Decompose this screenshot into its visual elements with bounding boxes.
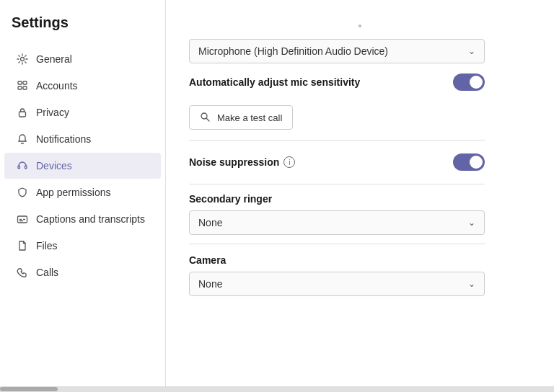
svg-point-0 xyxy=(21,58,25,61)
secondary-ringer-chevron-icon: ⌄ xyxy=(468,218,475,228)
svg-rect-5 xyxy=(19,112,26,117)
sidebar-item-privacy-label: Privacy xyxy=(36,107,69,118)
sidebar-item-captions[interactable]: Captions and transcripts xyxy=(4,206,161,232)
camera-label: Camera xyxy=(189,254,531,266)
sidebar-item-calls[interactable]: Calls xyxy=(4,259,161,285)
auto-mic-label: Automatically adjust mic sensitivity xyxy=(189,76,360,88)
svg-rect-4 xyxy=(23,86,27,89)
phone-icon xyxy=(16,266,29,279)
divider-3 xyxy=(189,244,485,244)
auto-mic-toggle[interactable] xyxy=(453,74,485,91)
shield-icon xyxy=(16,186,29,199)
sidebar-item-accounts[interactable]: Accounts xyxy=(4,73,161,99)
horizontal-scrollbar[interactable] xyxy=(0,386,554,392)
camera-value: None xyxy=(198,278,222,290)
secondary-ringer-value: None xyxy=(198,217,222,228)
sidebar-item-files[interactable]: Files xyxy=(4,233,161,259)
secondary-ringer-dropdown[interactable]: None ⌄ xyxy=(189,210,485,235)
noise-suppression-info-icon[interactable]: i xyxy=(283,156,295,168)
auto-mic-row: Automatically adjust mic sensitivity xyxy=(189,63,485,101)
accounts-icon xyxy=(16,79,29,92)
lock-icon xyxy=(16,106,29,119)
svg-rect-8 xyxy=(18,216,27,223)
sidebar-item-calls-label: Calls xyxy=(36,267,58,278)
gear-icon xyxy=(16,53,29,66)
sidebar-item-notifications-label: Notifications xyxy=(36,133,91,145)
sidebar-item-general[interactable]: General xyxy=(4,46,161,72)
sidebar-item-devices[interactable]: Devices xyxy=(4,153,161,179)
sidebar-item-files-label: Files xyxy=(36,240,58,251)
secondary-ringer-section: Secondary ringer None ⌄ xyxy=(189,193,531,235)
sidebar-item-privacy[interactable]: Privacy xyxy=(4,99,161,125)
noise-suppression-toggle[interactable] xyxy=(453,153,485,171)
scrollbar-thumb[interactable] xyxy=(0,387,58,391)
file-icon xyxy=(16,239,29,252)
svg-rect-6 xyxy=(18,166,20,169)
sidebar: Settings General Accounts Privacy Notifi… xyxy=(0,0,166,386)
test-call-icon xyxy=(200,112,211,123)
microphone-chevron-icon: ⌄ xyxy=(468,46,475,56)
svg-rect-7 xyxy=(25,166,27,169)
camera-dropdown[interactable]: None ⌄ xyxy=(189,272,485,296)
sidebar-item-accounts-label: Accounts xyxy=(36,80,78,92)
noise-suppression-label: Noise suppression xyxy=(189,156,279,168)
noise-suppression-row: Noise suppression i xyxy=(189,143,485,181)
sidebar-item-app-permissions-label: App permissions xyxy=(36,187,111,198)
svg-rect-2 xyxy=(23,81,27,84)
svg-rect-1 xyxy=(18,81,22,84)
main-content: Microphone (High Definition Audio Device… xyxy=(166,0,554,386)
microphone-dropdown[interactable]: Microphone (High Definition Audio Device… xyxy=(189,39,485,63)
settings-title: Settings xyxy=(0,14,165,45)
camera-section: Camera None ⌄ xyxy=(189,254,531,296)
sidebar-item-general-label: General xyxy=(36,53,72,65)
sidebar-item-app-permissions[interactable]: App permissions xyxy=(4,179,161,205)
bell-icon xyxy=(16,133,29,146)
cc-icon xyxy=(16,213,29,226)
svg-rect-3 xyxy=(18,86,22,89)
divider-2 xyxy=(189,184,485,184)
headset-icon xyxy=(16,159,29,172)
test-call-label: Make a test call xyxy=(217,112,282,123)
sidebar-item-captions-label: Captions and transcripts xyxy=(36,213,145,225)
microphone-value: Microphone (High Definition Audio Device… xyxy=(198,45,388,57)
noise-suppression-label-group: Noise suppression i xyxy=(189,156,295,168)
camera-chevron-icon: ⌄ xyxy=(468,279,475,289)
test-call-button[interactable]: Make a test call xyxy=(189,105,293,130)
sidebar-item-notifications[interactable]: Notifications xyxy=(4,126,161,152)
secondary-ringer-label: Secondary ringer xyxy=(189,193,531,205)
sidebar-item-devices-label: Devices xyxy=(36,160,72,172)
divider-1 xyxy=(189,140,485,141)
